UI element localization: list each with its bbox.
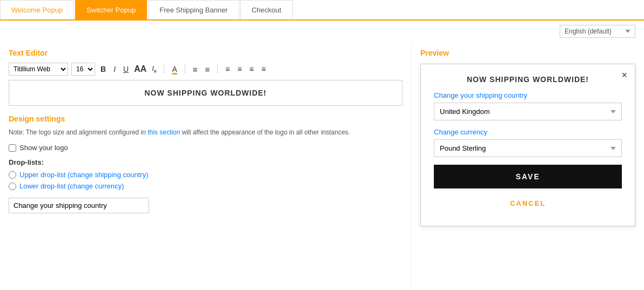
change-currency-label: Change currency (434, 128, 622, 136)
shipping-country-input[interactable] (9, 198, 149, 213)
align-justify-button[interactable]: ≡ (259, 64, 268, 75)
currency-select[interactable]: Pound Sterling US Dollar Euro (434, 139, 622, 157)
show-logo-checkbox[interactable] (9, 144, 16, 152)
upper-droplist-radio[interactable] (9, 171, 16, 179)
italic-button[interactable]: I (111, 64, 118, 75)
lower-droplist-label: Lower drop-list (change currency) (19, 182, 124, 190)
droplists-label: Drop-lists: (9, 158, 403, 166)
align-left-button[interactable]: ≡ (223, 64, 232, 75)
modal-close-button[interactable]: × (621, 70, 627, 81)
toolbar-divider-3 (217, 64, 218, 74)
font-family-select[interactable]: Titillium Web (9, 63, 68, 76)
tab-free-shipping-banner[interactable]: Free Shipping Banner (148, 0, 239, 19)
upper-droplist-label: Upper drop-list (change shipping country… (19, 171, 148, 179)
lower-droplist-row: Lower drop-list (change currency) (9, 182, 403, 190)
show-logo-label: Show your logo (19, 144, 68, 152)
tab-switcher-popup[interactable]: Switcher Popup (75, 0, 147, 19)
show-logo-row: Show your logo (9, 144, 403, 152)
design-note-link[interactable]: this section (147, 129, 180, 136)
left-panel: Text Editor Titillium Web 16 B I U AA Ix… (0, 42, 412, 288)
clear-format-button[interactable]: Ix (150, 63, 158, 75)
font-color-button[interactable]: A (170, 64, 179, 75)
toolbar-aa: AA (134, 64, 146, 74)
upper-droplist-row: Upper drop-list (change shipping country… (9, 171, 403, 179)
right-panel: Preview × NOW SHIPPING WORLDWIDE! Change… (412, 42, 644, 288)
text-editor-toolbar: Titillium Web 16 B I U AA Ix A ≡ ≡ ≡ ≡ ≡… (9, 63, 403, 76)
preview-modal: × NOW SHIPPING WORLDWIDE! Change your sh… (420, 64, 635, 226)
save-button[interactable]: SAVE (434, 165, 622, 188)
design-settings-title: Design settings (9, 114, 403, 123)
align-right-button[interactable]: ≡ (247, 64, 256, 75)
bold-button[interactable]: B (98, 64, 108, 75)
underline-button[interactable]: U (121, 64, 131, 75)
cancel-button[interactable]: CANCEL (434, 194, 622, 213)
tab-checkout[interactable]: Checkout (240, 0, 293, 19)
tab-welcome-popup[interactable]: Welcome Popup (0, 0, 74, 19)
text-editor-title: Text Editor (9, 49, 403, 57)
ordered-list-button[interactable]: ≡ (191, 64, 200, 75)
lower-droplist-radio[interactable] (9, 183, 16, 190)
unordered-list-button[interactable]: ≡ (203, 64, 212, 75)
toolbar-divider-2 (185, 64, 185, 74)
change-country-label: Change your shipping country (434, 91, 622, 99)
country-select[interactable]: United Kingdom United States Germany Fra… (434, 103, 622, 120)
modal-heading: NOW SHIPPING WORLDWIDE! (434, 75, 622, 84)
toolbar-divider-1 (164, 64, 164, 74)
text-preview-box: NOW SHIPPING WORLDWIDE! (9, 80, 403, 106)
design-note: Note: The logo size and alignment config… (9, 127, 403, 137)
language-select[interactable]: English (default) French German Spanish (560, 25, 635, 38)
main-layout: Text Editor Titillium Web 16 B I U AA Ix… (0, 42, 644, 288)
preview-title: Preview (420, 49, 635, 57)
tab-bar: Welcome Popup Switcher Popup Free Shippi… (0, 0, 644, 21)
top-right-bar: English (default) French German Spanish (0, 21, 644, 42)
align-center-button[interactable]: ≡ (235, 64, 244, 75)
font-size-select[interactable]: 16 (71, 63, 95, 76)
